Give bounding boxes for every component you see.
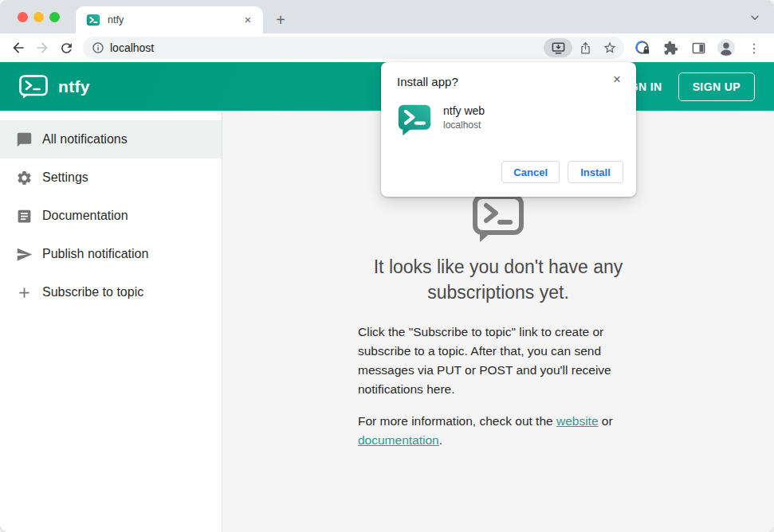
chat-bubble-icon bbox=[16, 131, 33, 148]
empty-state-heading: It looks like you don't have any subscri… bbox=[358, 254, 638, 305]
address-bar[interactable]: localhost bbox=[83, 37, 624, 59]
browser-menu-icon[interactable]: ⋮ bbox=[742, 36, 766, 60]
sidebar: All notifications Settings Documentation… bbox=[0, 111, 222, 532]
bookmark-star-icon[interactable] bbox=[599, 37, 620, 59]
dialog-app-origin: localhost bbox=[443, 119, 485, 131]
install-button[interactable]: Install bbox=[568, 161, 623, 183]
tab-title: ntfy bbox=[108, 14, 234, 25]
back-button[interactable] bbox=[6, 36, 30, 60]
window-controls bbox=[18, 12, 60, 22]
ntfy-watermark-icon bbox=[471, 194, 525, 244]
forward-button[interactable] bbox=[30, 36, 54, 60]
url-text[interactable]: localhost bbox=[110, 41, 538, 54]
side-panel-icon[interactable] bbox=[686, 36, 710, 60]
gear-icon bbox=[16, 170, 33, 186]
ntfy-brand[interactable]: ntfy bbox=[19, 75, 90, 99]
sidebar-item-subscribe-to-topic[interactable]: Subscribe to topic bbox=[0, 273, 222, 311]
send-icon bbox=[16, 246, 33, 263]
ntfy-logo-icon bbox=[19, 75, 48, 99]
password-manager-extension-icon[interactable] bbox=[631, 36, 654, 60]
dialog-app-name: ntfy web bbox=[443, 104, 485, 117]
dialog-actions: Cancel Install bbox=[501, 161, 623, 183]
article-icon bbox=[16, 208, 33, 225]
dialog-close-icon[interactable]: × bbox=[609, 72, 625, 88]
empty-state-paragraph: Click the "Subscribe to topic" link to c… bbox=[358, 323, 638, 399]
tab-search-chevron-icon[interactable] bbox=[748, 11, 761, 24]
sidebar-item-documentation[interactable]: Documentation bbox=[0, 197, 222, 235]
documentation-link[interactable]: documentation bbox=[358, 433, 439, 447]
ntfy-app-icon bbox=[397, 102, 432, 137]
install-app-icon[interactable] bbox=[544, 38, 572, 57]
sidebar-item-label: Documentation bbox=[42, 209, 128, 223]
zoom-window-button[interactable] bbox=[49, 12, 60, 22]
browser-tab[interactable]: ntfy × bbox=[76, 6, 263, 33]
sidebar-item-all-notifications[interactable]: All notifications bbox=[0, 120, 222, 158]
new-tab-button[interactable]: + bbox=[269, 9, 292, 31]
website-link[interactable]: website bbox=[556, 414, 599, 428]
dialog-title: Install app? bbox=[397, 75, 620, 88]
profile-avatar[interactable] bbox=[714, 36, 738, 60]
plus-icon bbox=[16, 284, 33, 301]
close-window-button[interactable] bbox=[18, 12, 28, 22]
ntfy-favicon-icon bbox=[86, 13, 100, 27]
brand-name: ntfy bbox=[58, 77, 90, 96]
extensions-puzzle-icon[interactable] bbox=[658, 36, 682, 60]
minimize-window-button[interactable] bbox=[33, 12, 44, 22]
empty-state: It looks like you don't have any subscri… bbox=[358, 194, 638, 450]
browser-window: ntfy × + localhost bbox=[0, 0, 774, 532]
tab-strip: ntfy × + bbox=[0, 0, 774, 33]
sidebar-item-label: Settings bbox=[42, 170, 88, 185]
sidebar-item-settings[interactable]: Settings bbox=[0, 158, 222, 197]
install-app-dialog: Install app? × ntfy web localhost Cancel… bbox=[381, 62, 636, 197]
sidebar-item-publish-notification[interactable]: Publish notification bbox=[0, 235, 222, 273]
site-info-icon[interactable] bbox=[92, 41, 104, 54]
cancel-button[interactable]: Cancel bbox=[501, 161, 560, 183]
empty-state-links-paragraph: For more information, check out the webs… bbox=[358, 412, 638, 450]
sign-up-button[interactable]: SIGN UP bbox=[678, 72, 755, 101]
browser-toolbar: localhost bbox=[0, 33, 774, 62]
reload-button[interactable] bbox=[54, 36, 78, 60]
tab-close-icon[interactable]: × bbox=[241, 13, 255, 27]
sidebar-item-label: Publish notification bbox=[42, 247, 148, 261]
sidebar-item-label: All notifications bbox=[42, 132, 128, 147]
sidebar-item-label: Subscribe to topic bbox=[42, 285, 143, 299]
dialog-app-row: ntfy web localhost bbox=[397, 102, 620, 137]
extension-icons: ⋮ bbox=[631, 36, 766, 60]
share-icon[interactable] bbox=[575, 37, 596, 59]
